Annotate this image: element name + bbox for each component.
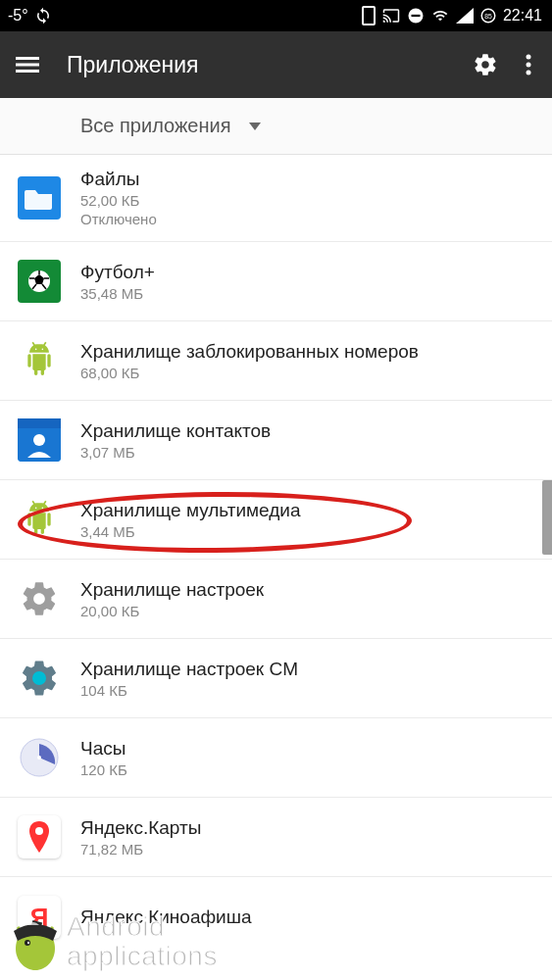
- android-icon: [20, 341, 59, 380]
- app-bar: Приложения: [0, 31, 552, 98]
- watermark-line2: applications: [67, 942, 218, 970]
- app-icon-yandex: [18, 815, 61, 858]
- folder-icon: [25, 186, 54, 210]
- app-name: Футбол+: [80, 262, 155, 283]
- app-size: 20,00 КБ: [80, 603, 264, 619]
- list-item[interactable]: Часы 120 КБ: [0, 718, 552, 798]
- list-item[interactable]: Хранилище заблокированных номеров 68,00 …: [0, 321, 552, 401]
- watermark-text: Android applications: [67, 912, 218, 970]
- app-icon-settings: [18, 577, 61, 620]
- svg-point-8: [527, 55, 531, 60]
- battery-icon: 85: [479, 7, 497, 24]
- svg-point-9: [527, 63, 531, 68]
- app-size: 3,44 МБ: [80, 523, 301, 540]
- filter-dropdown[interactable]: Все приложения: [0, 98, 552, 155]
- app-size: 120 КБ: [80, 761, 127, 778]
- status-left: -5°: [8, 7, 52, 24]
- svg-rect-14: [18, 418, 61, 428]
- list-item[interactable]: Футбол+ 35,48 МБ: [0, 242, 552, 321]
- dropdown-arrow-icon: [249, 122, 261, 130]
- svg-text:85: 85: [484, 13, 492, 20]
- app-icon-files: [18, 176, 61, 220]
- svg-point-19: [35, 827, 43, 835]
- scrollbar-handle[interactable]: [542, 480, 552, 555]
- list-item[interactable]: Файлы 52,00 КБ Отключено: [0, 155, 552, 242]
- svg-rect-2: [411, 15, 420, 17]
- temperature: -5°: [8, 7, 28, 24]
- app-size: 35,48 МБ: [80, 285, 155, 302]
- svg-rect-0: [363, 7, 375, 24]
- app-name: Яндекс.Карты: [80, 817, 201, 839]
- kebab-icon: [526, 53, 531, 76]
- status-bar: -5° 85 22:41: [0, 0, 552, 31]
- dnd-icon: [407, 7, 425, 24]
- app-list: Файлы 52,00 КБ Отключено Футбол+ 35,48 М…: [0, 155, 552, 956]
- gear-cm-icon: [19, 658, 60, 699]
- football-icon: [25, 268, 53, 295]
- app-size: 52,00 КБ: [80, 192, 157, 209]
- clock-icon: [19, 737, 60, 778]
- filter-label: Все приложения: [80, 115, 231, 137]
- contacts-icon: [18, 418, 61, 462]
- app-icon-clock: [18, 736, 61, 779]
- wifi-icon: [430, 8, 450, 24]
- app-icon-contacts: [18, 418, 61, 462]
- overflow-button[interactable]: [517, 49, 540, 80]
- app-status: Отключено: [80, 211, 157, 227]
- app-size: 104 КБ: [80, 682, 298, 699]
- list-item[interactable]: Хранилище настроек CM 104 КБ: [0, 639, 552, 718]
- cast-icon: [381, 7, 401, 24]
- app-name: Часы: [80, 738, 127, 760]
- gear-large-icon: [20, 579, 59, 618]
- app-icon-football: [18, 260, 61, 303]
- yandex-maps-icon: [25, 819, 54, 855]
- list-item[interactable]: Яндекс.Карты 71,82 МБ: [0, 798, 552, 877]
- app-name: Хранилище настроек CM: [80, 659, 298, 680]
- app-size: 68,00 КБ: [80, 365, 419, 381]
- app-icon-settings-cm: [18, 657, 61, 700]
- portrait-icon: [362, 6, 376, 25]
- app-name: Файлы: [80, 169, 157, 190]
- sync-icon: [34, 7, 52, 24]
- svg-rect-6: [16, 64, 39, 67]
- signal-icon: [456, 8, 474, 24]
- svg-point-22: [27, 942, 29, 944]
- list-item[interactable]: Хранилище контактов 3,07 МБ: [0, 401, 552, 480]
- settings-button[interactable]: [470, 49, 501, 80]
- svg-point-10: [527, 71, 531, 75]
- app-name: Хранилище заблокированных номеров: [80, 341, 419, 363]
- watermark-line1: Android: [67, 912, 218, 941]
- menu-button[interactable]: [12, 49, 43, 80]
- app-size: 71,82 МБ: [80, 841, 201, 858]
- clock-time: 22:41: [503, 7, 542, 24]
- mascot-icon: [4, 913, 67, 976]
- android-icon: [20, 500, 59, 539]
- svg-rect-7: [16, 70, 39, 73]
- status-right: 85 22:41: [362, 6, 542, 25]
- page-title: Приложения: [67, 52, 470, 78]
- app-size: 3,07 МБ: [80, 444, 271, 461]
- svg-point-15: [33, 434, 45, 446]
- svg-point-18: [37, 756, 41, 760]
- app-icon-android: [18, 339, 61, 382]
- svg-rect-5: [16, 57, 39, 60]
- gear-icon: [473, 52, 498, 77]
- svg-point-16: [32, 671, 46, 685]
- hamburger-icon: [16, 53, 39, 76]
- list-item[interactable]: Хранилище настроек 20,00 КБ: [0, 560, 552, 639]
- app-name: Хранилище настроек: [80, 579, 264, 601]
- app-name: Хранилище контактов: [80, 420, 271, 442]
- list-item[interactable]: Хранилище мультимедиа 3,44 МБ: [0, 480, 552, 560]
- app-icon-android: [18, 498, 61, 541]
- app-name: Хранилище мультимедиа: [80, 500, 301, 521]
